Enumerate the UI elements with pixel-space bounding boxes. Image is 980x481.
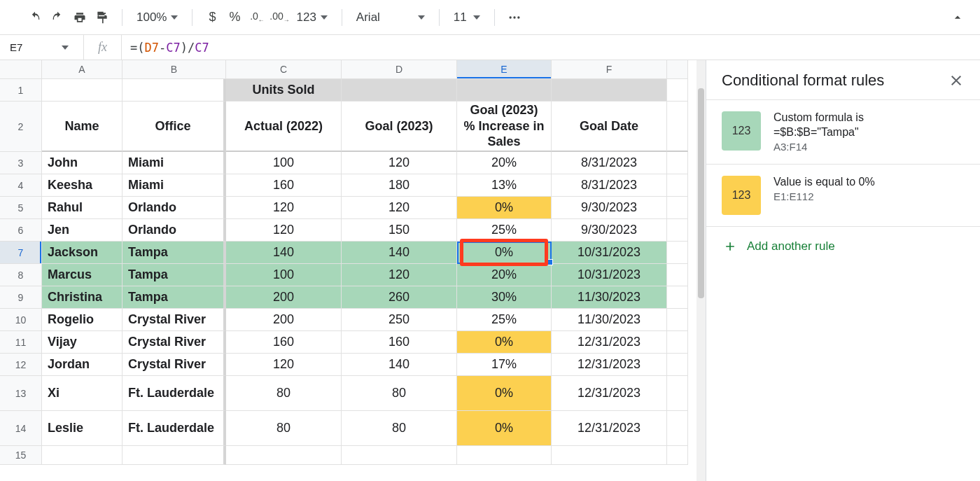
zoom-dropdown[interactable]: 100% [132,8,182,27]
cell-E14[interactable]: 0% [457,411,552,446]
cell-B4[interactable]: Miami [122,174,226,197]
row-header-14[interactable]: 14 [0,411,42,446]
row-header-12[interactable]: 12 [0,354,42,376]
cell-F4[interactable]: 8/31/2023 [552,174,667,197]
header-C[interactable]: Actual (2022) [226,102,342,152]
cell-F6[interactable]: 9/30/2023 [552,219,667,242]
cell-D15[interactable] [342,446,457,465]
cell-D5[interactable]: 120 [342,197,457,219]
header-B[interactable]: Office [122,102,226,152]
more-formats-dropdown[interactable]: 123 [292,8,331,27]
collapse-toolbar-button[interactable] [948,8,967,27]
cell-D11[interactable]: 160 [342,331,457,354]
row-header-7[interactable]: 7 [0,242,42,264]
more-toolbar-button[interactable] [505,8,524,27]
cell-B10[interactable]: Crystal River [122,309,226,331]
cell-E13[interactable]: 0% [457,376,552,411]
cell-C14[interactable]: 80 [226,411,342,446]
row-header-4[interactable]: 4 [0,174,42,197]
cell-C8[interactable]: 100 [226,264,342,286]
cell-B5[interactable]: Orlando [122,197,226,219]
cell-D6[interactable]: 150 [342,219,457,242]
cell-A14[interactable]: Leslie [42,411,122,446]
cell-E4[interactable]: 13% [457,174,552,197]
col-header-partial[interactable] [667,60,688,79]
cell-A11[interactable]: Vijay [42,331,122,354]
cell-D9[interactable]: 260 [342,286,457,309]
cell-B12[interactable]: Crystal River [122,354,226,376]
cell-C12[interactable]: 120 [226,354,342,376]
row-header-13[interactable]: 13 [0,376,42,411]
formula-input[interactable]: =(D7-C7)/C7 [122,41,980,55]
increase-decimal-button[interactable]: .00→ [270,8,289,27]
header-F[interactable]: Goal Date [552,102,667,152]
row-header-3[interactable]: 3 [0,152,42,174]
cell-A5[interactable]: Rahul [42,197,122,219]
col-header-D[interactable]: D [342,60,457,79]
cell-C1[interactable]: Units Sold [226,79,342,102]
row-header-1[interactable]: 1 [0,79,42,102]
cell-A13[interactable]: Xi [42,376,122,411]
cell-F7[interactable]: 10/31/2023 [552,242,667,264]
cell-B15[interactable] [122,446,226,465]
cell-C7[interactable]: 140 [226,242,342,264]
row-header-9[interactable]: 9 [0,286,42,309]
cell-C3[interactable]: 100 [226,152,342,174]
col-header-E[interactable]: E [457,60,552,79]
row-header-8[interactable]: 8 [0,264,42,286]
cell-C11[interactable]: 160 [226,331,342,354]
row-header-11[interactable]: 11 [0,331,42,354]
cell-D10[interactable]: 250 [342,309,457,331]
cell-E15[interactable] [457,446,552,465]
undo-button[interactable] [25,8,45,27]
cell-A12[interactable]: Jordan [42,354,122,376]
row-header-5[interactable]: 5 [0,197,42,219]
spreadsheet-grid[interactable]: ABCDEF1Units Sold2NameOfficeActual (2022… [0,60,706,481]
format-rule-0[interactable]: 123Custom formula is=$B:$B="Tampa"A3:F14 [706,99,980,164]
cell-E5[interactable]: 0% [457,197,552,219]
close-panel-button[interactable] [948,72,965,89]
cell-D7[interactable]: 140 [342,242,457,264]
row-header-15[interactable]: 15 [0,446,42,465]
cell-C4[interactable]: 160 [226,174,342,197]
col-header-A[interactable]: A [42,60,122,79]
cell-E8[interactable]: 20% [457,264,552,286]
row-header-2[interactable]: 2 [0,102,42,152]
cell-C10[interactable]: 200 [226,309,342,331]
cell-D3[interactable]: 120 [342,152,457,174]
cell-E9[interactable]: 30% [457,286,552,309]
cell-E3[interactable]: 20% [457,152,552,174]
cell-F10[interactable]: 11/30/2023 [552,309,667,331]
cell-E7[interactable]: 0% [457,242,552,264]
cell-A4[interactable]: Keesha [42,174,122,197]
cell-B14[interactable]: Ft. Lauderdale [122,411,226,446]
decrease-decimal-button[interactable]: .0← [247,8,267,27]
col-header-F[interactable]: F [552,60,667,79]
cell-B8[interactable]: Tampa [122,264,226,286]
cell-E6[interactable]: 25% [457,219,552,242]
cell-B13[interactable]: Ft. Lauderdale [122,376,226,411]
cell-B9[interactable]: Tampa [122,286,226,309]
select-all-corner[interactable] [0,60,42,79]
row-header-6[interactable]: 6 [0,219,42,242]
cell-A9[interactable]: Christina [42,286,122,309]
cell-E10[interactable]: 25% [457,309,552,331]
font-size-dropdown[interactable]: 11 [449,8,484,27]
cell-F11[interactable]: 12/31/2023 [552,331,667,354]
row-header-10[interactable]: 10 [0,309,42,331]
cell-D4[interactable]: 180 [342,174,457,197]
cell-A10[interactable]: Rogelio [42,309,122,331]
cell-F14[interactable]: 12/31/2023 [552,411,667,446]
cell-C9[interactable]: 200 [226,286,342,309]
cell-E11[interactable]: 0% [457,331,552,354]
cell-F8[interactable]: 10/31/2023 [552,264,667,286]
cell-A8[interactable]: Marcus [42,264,122,286]
cell-E12[interactable]: 17% [457,354,552,376]
cell-C15[interactable] [226,446,342,465]
cell-C13[interactable]: 80 [226,376,342,411]
header-E[interactable]: Goal (2023) % Increase in Sales [457,102,552,152]
cell-F3[interactable]: 8/31/2023 [552,152,667,174]
format-rule-1[interactable]: 123Value is equal to 0%E1:E112 [706,164,980,226]
name-box[interactable]: E7 [0,35,84,60]
cell-D14[interactable]: 80 [342,411,457,446]
